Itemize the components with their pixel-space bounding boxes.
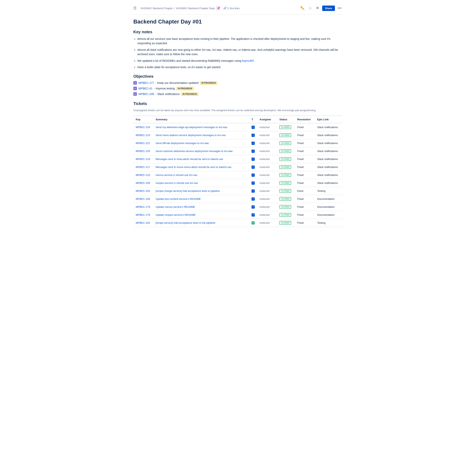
type-icon-blue [251,126,255,129]
ticket-summary-link[interactable]: Messages sent to #core-menu-alerts shoul… [156,166,231,168]
ticket-resolution: Fixed [295,147,315,155]
ticket-key-link[interactable]: MPBEC-203 [136,189,150,192]
hamburger-icon[interactable]: ☰ [133,6,137,10]
ticket-key-link[interactable]: MPBEC-183 [136,197,150,200]
table-row: MPBEC-209recipes-service-ci should use #… [133,179,343,187]
status-badge: CLOSED [279,181,291,185]
ticket-key-link[interactable]: MPBEC-223 [136,134,150,137]
status-badge: CLOSED [279,157,291,161]
ticket-epic: Slack notifications [315,139,343,147]
ticket-assignee: redacted [257,155,277,163]
ticket-epic: Documentation [315,195,343,203]
async-api-link[interactable]: AsyncAPI [242,59,254,62]
watch-button[interactable]: 👁 [315,5,321,11]
key-notes-list: Almost all our services now have accepta… [137,37,343,69]
table-header-row: Key Summary T Assignee Status [133,116,343,123]
objective-key-0[interactable]: MPBEC-177 [139,81,154,84]
status-badge: CLOSED [279,221,291,225]
ticket-key-link[interactable]: MPBEC-209 [136,182,150,184]
key-notes-heading: Key notes [133,30,343,34]
type-icon-blue [251,205,255,209]
status-badge: CLOSED [279,189,291,193]
ticket-epic: Slack notifications [315,171,343,179]
objective-key-1[interactable]: MPBEC-41 [139,87,153,90]
ticket-key-link[interactable]: MPBEC-220 [136,150,150,153]
col-header-epic: Epic Link [315,116,343,123]
ticket-summary-link[interactable]: Send menu-addons-service deployment mess… [156,134,226,137]
ticket-assignee: redacted [257,187,277,195]
status-badge: CLOSED [279,213,291,217]
table-row: MPBEC-217Messages sent to #core-menu-ale… [133,163,343,171]
ticket-summary-link[interactable]: Update box-content-service's README [156,197,201,200]
ticket-assignee: redacted [257,211,277,219]
tickets-heading: Tickets [133,101,343,106]
ticket-epic: Documentation [315,211,343,219]
ticket-key-link[interactable]: MPBEC-217 [136,166,150,168]
ticket-summary-link[interactable]: Update recipes-service's README [156,213,196,216]
objective-key-2[interactable]: MPBEC-208 [139,92,154,96]
ticket-resolution: Fixed [295,179,315,187]
breadcrumb-separator: / [174,7,175,10]
type-icon-blue [251,174,255,177]
status-badge: CLOSED [279,149,291,153]
ticket-resolution: Fixed [295,195,315,203]
ticket-summary-link[interactable]: Send customer-deliveries-service deploym… [156,150,233,153]
ticket-resolution: Fixed [295,163,315,171]
col-header-key: Key [133,116,153,123]
ticket-assignee: redacted [257,203,277,211]
ticket-resolution: Fixed [295,131,315,139]
ticket-epic: Slack notifications [315,147,343,155]
ticket-assignee: redacted [257,179,277,187]
ticket-key-link[interactable]: MPBEC-210 [136,174,150,176]
ticket-epic: Documentation [315,203,343,211]
ticket-summary-link[interactable]: [recipe-charge-service] Add acceptance t… [156,189,220,192]
ticket-summary-link[interactable]: [recipe-service] Add acceptance tests to… [156,221,215,224]
ticket-summary-link[interactable]: Send diff-lab deployment messages to #ci… [156,142,209,145]
ticket-summary-link[interactable]: Messages sent to #vas-alerts should be s… [156,158,223,160]
objective-icon [133,87,137,90]
status-badge: CLOSED [279,125,291,129]
col-header-assignee: Assignee [257,116,277,123]
share-button[interactable]: Share [322,6,335,11]
more-button[interactable]: ••• [337,5,343,11]
ticket-summary-link[interactable]: Send my-deliveries-edge-api deployment m… [156,126,227,129]
tickets-section: Tickets Unassigned tickets can be taken … [133,101,343,227]
jira-icon: 🔗 [223,7,227,10]
ticket-epic: Slack notifications [315,155,343,163]
page-title: Backend Chapter Day #01 [133,19,343,25]
tickets-table: Key Summary T Assignee Status [133,115,343,227]
pin-icon: 📌 [216,6,220,10]
ticket-summary-link[interactable]: recipes-service-ci should use #ci-vas [156,182,198,184]
ticket-key-link[interactable]: MPBEC-221 [136,142,150,145]
status-badge: CLOSED [279,173,291,177]
status-badge: CLOSED [279,205,291,209]
ticket-summary-link[interactable]: menus-service-ci should use #ci-vas [156,174,198,176]
list-item: MPBEC-177 - Keep our documentation updat… [133,81,343,85]
edit-button[interactable]: ✏️ [299,5,306,11]
objectives-heading: Objectives [133,74,343,79]
ticket-epic: Slack notifications [315,179,343,187]
status-badge: CLOSED [279,133,291,137]
list-item: Almost all slack notifications are now g… [137,48,343,57]
table-row: MPBEC-220Send customer-deliveries-servic… [133,147,343,155]
objective-icon [133,81,137,85]
type-icon-blue [251,197,255,201]
ticket-key-link[interactable]: MPBEC-179 [136,205,150,208]
topbar-actions: ✏️ ☆ 👁 Share ••• [299,5,343,11]
ticket-key-link[interactable]: MPBEC-178 [136,213,150,216]
ticket-key-link[interactable]: MPBEC-162 [136,221,150,224]
breadcrumb-parent[interactable]: VAS/WAC Backend Chapter [140,7,173,10]
ticket-epic: Slack notifications [315,123,343,131]
ticket-key-link[interactable]: MPBEC-224 [136,126,150,129]
breadcrumb: VAS/WAC Backend Chapter / VAS/WAC Backen… [140,6,240,10]
list-item: MPBEC-208 - Slack notifications IN PROGR… [133,92,343,96]
status-badge-1: IN PROGRESS [176,87,194,90]
jira-links-badge[interactable]: 🔗 3 Jira links [223,7,240,10]
star-button[interactable]: ☆ [308,5,313,11]
breadcrumb-current[interactable]: VAS/WAC Backend Chapter Days [176,7,215,10]
ticket-key-link[interactable]: MPBEC-219 [136,158,150,160]
status-badge-2: IN PROGRESS [181,92,198,96]
ticket-summary-link[interactable]: Update menus-service's README [156,205,195,208]
ticket-resolution: Fixed [295,203,315,211]
table-row: MPBEC-178Update recipes-service's README… [133,211,343,219]
